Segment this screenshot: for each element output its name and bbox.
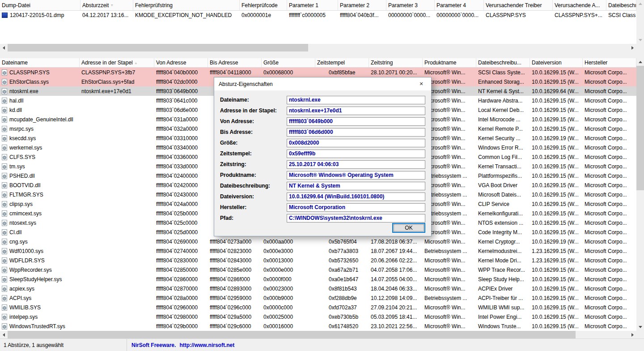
nirsoft-url-link[interactable]: http://www.nirsoft.net [179,342,234,348]
scroll-left-button[interactable] [0,44,8,51]
column-header-verursachende-a[interactable]: Verursachende A... [553,0,606,10]
cell-text: Betriebssystem ... [424,295,467,301]
field-label-dateiname: Dateiname: [220,97,287,103]
column-header-fehlerpr-fcode[interactable]: Fehlerprüfcode [240,0,287,10]
cell-text: ntoskrnl.exe [9,88,38,94]
scroll-right-button[interactable] [629,44,636,51]
pane-splitter[interactable] [0,51,644,58]
table-row-acpi-sys[interactable]: ACPI.sysfffff804`028a0000fffff804`029590… [0,293,636,303]
close-button[interactable]: ✕ [411,77,431,90]
cell-dateibeschreibu: Plattformspezifis... [476,171,530,180]
cell-text: 0x00013000 [263,257,293,264]
scroll-right-button[interactable] [629,331,636,338]
cell-text: WindowsTrustedRT.sys [9,323,65,330]
field-value-bis-adresse[interactable]: fffff803`06d6d000 [287,128,425,137]
dumps-vertical-scrollbar[interactable] [636,0,644,44]
cell-parameter-3: 00000000`0000... [386,11,435,20]
field-value-gr-e[interactable]: 0x008d2000 [287,139,425,147]
table-row-wdf01000-sys[interactable]: Wdf01000.sysfffff804`02740000fffff804`02… [0,246,636,256]
column-header-dateiversion[interactable]: Dateiversion [530,58,583,67]
driver-file-icon [2,69,7,76]
table-row-windowstrustedrt-sys[interactable]: WindowsTrustedRT.sysfffff804`029b0000fff… [0,321,636,331]
dumps-horizontal-scrollbar[interactable] [0,44,636,51]
scroll-down-button[interactable] [636,36,644,44]
column-header-parameter-4[interactable]: Parameter 4 [435,0,484,10]
column-header-hersteller[interactable]: Hersteller [583,58,636,67]
column-header-fehlerpr-fstring[interactable]: Fehlerprüfstring [133,0,240,10]
field-value-von-adresse[interactable]: fffff803`0649b000 [287,117,425,126]
table-row-wmilib-sys[interactable]: WMILIB.SYSfffff804`02960000fffff804`0296… [0,303,636,312]
cell-dateibeschreibu: Kernel Cryptogr... [476,237,530,246]
column-header-dump-datei[interactable]: Dump-Datei [0,0,80,10]
cell-dateiname: ksecdd.sys [0,133,80,143]
column-header-absturzzeit[interactable]: Absturzzeit▿ [80,0,133,10]
scrollbar-thumb[interactable] [8,44,308,51]
scroll-down-button[interactable] [636,323,644,331]
field-value-zeitstempel[interactable]: 0x59efff9b [287,150,425,158]
cell-gr-e: 0x0000c000 [262,303,315,312]
bluescreenview-window: Dump-DateiAbsturzzeit▿FehlerprüfstringFe… [0,0,644,351]
field-value-produktname[interactable]: Microsoft® Windows® Operating System [287,171,425,180]
column-header-verursachender-treiber[interactable]: Verursachender Treiber [484,0,553,10]
cell-dateiname: WindowsTrustedRT.sys [0,321,80,331]
ok-button[interactable]: OK [392,223,425,233]
cell-bis-adresse: fffff804`0273a000 [208,237,262,246]
dialog-field-row: Pfad:C:\WINDOWS\system32\ntoskrnl.exe [214,213,431,223]
table-row-wdfldr-sys[interactable]: WDFLDR.SYSfffff804`02830000fffff804`0284… [0,256,636,265]
table-row-acpiex-sys[interactable]: acpiex.sysfffff804`02870000fffff804`0289… [0,284,636,293]
driver-file-icon [2,154,7,160]
column-header-zeitstring[interactable]: Zeitstring [369,58,423,67]
table-row-classpnp-sys[interactable]: CLASSPNP.SYSCLASSPNP.SYS+3fb7fffff804`04… [0,68,636,77]
cell-text: 27.09.2104 20:21... [371,304,417,311]
field-value-hersteller[interactable]: Microsoft Corporation [287,203,425,212]
column-header-adresse-in-der-stapel[interactable]: Adresse in der Stapel▵ [80,58,154,67]
field-value-dateibeschreibung[interactable]: NT Kernel & System [287,182,425,190]
column-header-parameter-2[interactable]: Parameter 2 [338,0,386,10]
field-value-adresse-in-der-stapel[interactable]: ntoskrnl.exe+17e0d1 [287,107,425,115]
column-header-produktname[interactable]: Produktname [423,58,476,67]
cell-bis-adresse: fffff804`029c6000 [208,321,262,331]
column-header-zeitstempel[interactable]: Zeitstempel [315,58,369,67]
table-row-sleepstudyhelper-sys[interactable]: SleepStudyHelper.sysfffff804`02860000fff… [0,274,636,284]
table-row-intelpep-sys[interactable]: intelpep.sysfffff804`02980000fffff804`02… [0,312,636,321]
cell-text: fffff804`02870000 [156,286,198,292]
dialog-titlebar[interactable]: Absturz-Eigenschaften ✕ [214,77,431,90]
cell-hersteller: Microsoft Corpo... [583,96,636,105]
cell-parameter-2: fffff804`040b3f... [338,11,386,20]
cell-text: 10.0.16299.15 (W... [532,210,579,217]
field-value-dateiname[interactable]: ntoskrnl.exe [287,96,425,104]
driver-file-icon [2,126,7,132]
column-header-dateibeschre[interactable]: Dateibeschre... [606,0,636,10]
drivers-vertical-scrollbar[interactable] [636,58,644,331]
scroll-up-button[interactable] [636,0,644,8]
scrollbar-thumb[interactable] [636,66,644,190]
cell-von-adresse: fffff804`028a0000 [154,293,208,303]
column-header-bis-adresse[interactable]: Bis Adresse [208,58,262,67]
table-row-wpprecorder-sys[interactable]: WppRecorder.sysfffff804`02850000fffff804… [0,265,636,274]
scrollbar-thumb[interactable] [8,331,576,338]
column-header-gr-e[interactable]: Größe [262,58,315,67]
field-value-zeitstring[interactable]: 25.10.2017 04:06:03 [287,160,425,169]
cell-text: SCSI Class Syste... [478,69,525,76]
field-value-pfad[interactable]: C:\WINDOWS\system32\ntoskrnl.exe [287,214,425,223]
column-header-dateibeschreibu[interactable]: Dateibeschreibu... [476,58,530,67]
scroll-left-button[interactable] [0,331,8,338]
scroll-up-button[interactable] [636,58,644,66]
driver-file-icon [2,98,7,104]
table-row-cng-sys[interactable]: cng.sysfffff804`02690000fffff804`0273a00… [0,237,636,246]
column-header-parameter-1[interactable]: Parameter 1 [287,0,338,10]
drivers-horizontal-scrollbar[interactable] [0,331,636,338]
cell-dateibeschreibu: SCSI Class Syste... [476,68,530,77]
cell-text: fffff804`032a0000 [156,126,198,132]
field-value-dateiversion[interactable]: 10.0.16299.64 (WinBuild.160101.0800) [287,193,425,201]
cell-gr-e: 0x00013000 [262,256,315,265]
cell-dateibeschreibu: Windows Truste... [476,321,530,331]
column-header-von-adresse[interactable]: Von Adresse [154,58,208,67]
column-header-parameter-3[interactable]: Parameter 3 [386,0,435,10]
cell-adresse-in-der-stapel [80,218,154,227]
field-label-produktname: Produktname: [220,172,287,178]
table-row-120417-22015-01-dmp[interactable]: 120417-22015-01.dmp04.12.2017 13:16...KM… [0,11,636,20]
cell-text: intelpep.sys [9,314,38,320]
column-header-dateiname[interactable]: Dateiname [0,58,80,67]
cell-adresse-in-der-stapel [80,115,154,124]
